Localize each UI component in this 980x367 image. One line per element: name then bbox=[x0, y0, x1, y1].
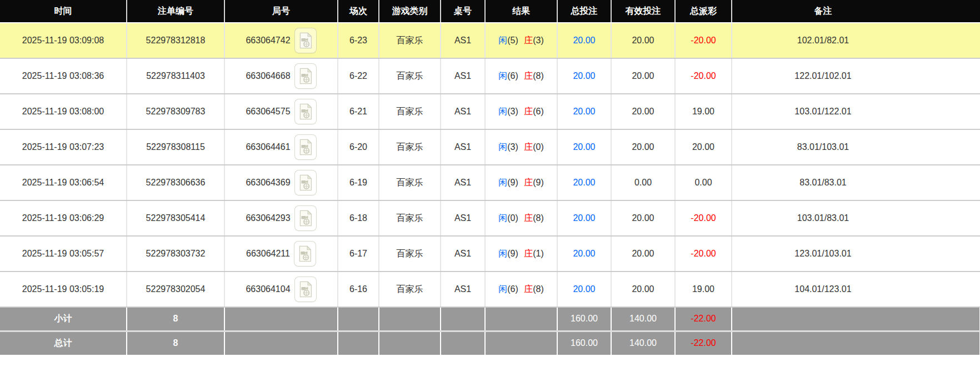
column-header-payout: 总派彩 bbox=[675, 0, 732, 23]
table-row[interactable]: 2025-11-19 03:08:00 522978309783 6630645… bbox=[0, 94, 980, 129]
column-header-valid_bet: 有效投注 bbox=[611, 0, 675, 23]
total-bet-cell: 20.00 bbox=[557, 129, 611, 165]
payout-cell: -20.00 bbox=[675, 200, 732, 236]
remark-cell: 122.01/102.01 bbox=[732, 58, 980, 94]
player-result: 闲(3) bbox=[498, 107, 518, 116]
valid-bet-cell: 20.00 bbox=[611, 23, 675, 58]
bet-number-cell: 522978311403 bbox=[127, 58, 224, 94]
time-cell: 2025-11-19 03:08:00 bbox=[0, 94, 127, 129]
banker-result: 庄(1) bbox=[524, 249, 544, 258]
player-result: 闲(6) bbox=[498, 71, 518, 81]
video-replay-button[interactable] bbox=[294, 134, 317, 160]
table-row[interactable]: 2025-11-19 03:05:19 522978302054 6630641… bbox=[0, 272, 980, 307]
table-row[interactable]: 2025-11-19 03:05:57 522978303732 6630642… bbox=[0, 236, 980, 272]
result-cell: 闲(6) 庄(8) bbox=[485, 272, 557, 307]
bet-number-cell: 522978308115 bbox=[127, 129, 224, 165]
banker-result: 庄(8) bbox=[524, 213, 544, 223]
banker-result: 庄(8) bbox=[524, 284, 544, 294]
game-type-cell: 百家乐 bbox=[379, 58, 441, 94]
session-cell: 6-19 bbox=[338, 165, 379, 200]
session-cell: 6-16 bbox=[338, 272, 379, 307]
round-number-cell: 663064369 bbox=[224, 165, 338, 200]
game-type-cell: 百家乐 bbox=[379, 129, 441, 165]
player-result: 闲(9) bbox=[498, 249, 518, 258]
total-bet-cell: 20.00 bbox=[557, 236, 611, 272]
round-number-cell: 663064461 bbox=[224, 129, 338, 165]
bet-number-cell: 522978302054 bbox=[127, 272, 224, 307]
remark-cell: 123.01/103.01 bbox=[732, 236, 980, 272]
valid-bet-cell: 20.00 bbox=[611, 129, 675, 165]
bet-records-table: 时间注单编号局号场次游戏类别桌号结果总投注有效投注总派彩备注 2025-11-1… bbox=[0, 0, 980, 355]
bet-records-page: 时间注单编号局号场次游戏类别桌号结果总投注有效投注总派彩备注 2025-11-1… bbox=[0, 0, 980, 367]
time-cell: 2025-11-19 03:05:19 bbox=[0, 272, 127, 307]
session-cell: 6-20 bbox=[338, 129, 379, 165]
round-number-cell: 663064742 bbox=[224, 23, 338, 58]
result-cell: 闲(5) 庄(3) bbox=[485, 23, 557, 58]
banker-result: 庄(8) bbox=[524, 71, 544, 81]
video-file-icon bbox=[298, 245, 312, 263]
remark-cell: 102.01/82.01 bbox=[732, 23, 980, 58]
bet-number-cell: 522978309783 bbox=[127, 94, 224, 129]
time-cell: 2025-11-19 03:06:29 bbox=[0, 200, 127, 236]
video-replay-button[interactable] bbox=[294, 99, 317, 124]
column-header-session: 场次 bbox=[338, 0, 379, 23]
session-cell: 6-22 bbox=[338, 58, 379, 94]
summary-count-cell: 8 bbox=[127, 331, 224, 355]
video-replay-button[interactable] bbox=[294, 63, 317, 89]
round-number-cell: 663064293 bbox=[224, 200, 338, 236]
payout-cell: 19.00 bbox=[675, 94, 732, 129]
round-number-cell: 663064104 bbox=[224, 272, 338, 307]
player-result: 闲(6) bbox=[498, 284, 518, 294]
round-number-cell: 663064575 bbox=[224, 94, 338, 129]
summary-total-bet-cell: 160.00 bbox=[557, 331, 611, 355]
table-row[interactable]: 2025-11-19 03:07:23 522978308115 6630644… bbox=[0, 129, 980, 165]
table-row[interactable]: 2025-11-19 03:08:36 522978311403 6630646… bbox=[0, 58, 980, 94]
valid-bet-cell: 20.00 bbox=[611, 272, 675, 307]
game-type-cell: 百家乐 bbox=[379, 272, 441, 307]
column-header-bet_no: 注单编号 bbox=[127, 0, 224, 23]
valid-bet-cell: 20.00 bbox=[611, 200, 675, 236]
table-row[interactable]: 2025-11-19 03:09:08 522978312818 6630647… bbox=[0, 23, 980, 58]
player-result: 闲(5) bbox=[498, 36, 518, 45]
payout-cell: -20.00 bbox=[675, 58, 732, 94]
round-number-cell: 663064668 bbox=[224, 58, 338, 94]
time-cell: 2025-11-19 03:08:36 bbox=[0, 58, 127, 94]
time-cell: 2025-11-19 03:07:23 bbox=[0, 129, 127, 165]
table-number-cell: AS1 bbox=[441, 129, 485, 165]
summary-valid-bet-cell: 140.00 bbox=[611, 331, 675, 355]
total-bet-cell: 20.00 bbox=[557, 94, 611, 129]
session-cell: 6-18 bbox=[338, 200, 379, 236]
summary-payout-cell: -22.00 bbox=[675, 331, 732, 355]
summary-payout-cell: -22.00 bbox=[675, 307, 732, 331]
bet-number-cell: 522978306636 bbox=[127, 165, 224, 200]
video-replay-button[interactable] bbox=[294, 205, 317, 231]
banker-result: 庄(3) bbox=[524, 36, 544, 45]
bet-number-cell: 522978305414 bbox=[127, 200, 224, 236]
valid-bet-cell: 20.00 bbox=[611, 58, 675, 94]
video-replay-button[interactable] bbox=[294, 276, 317, 302]
result-cell: 闲(6) 庄(8) bbox=[485, 58, 557, 94]
summary-row: 小计 8 160.00 140.00 -22.00 bbox=[0, 307, 980, 331]
summary-row: 总计 8 160.00 140.00 -22.00 bbox=[0, 331, 980, 355]
table-number-cell: AS1 bbox=[441, 23, 485, 58]
payout-cell: 20.00 bbox=[675, 129, 732, 165]
session-cell: 6-17 bbox=[338, 236, 379, 272]
table-number-cell: AS1 bbox=[441, 236, 485, 272]
video-replay-button[interactable] bbox=[294, 241, 316, 267]
summary-label-cell: 小计 bbox=[0, 307, 127, 331]
table-row[interactable]: 2025-11-19 03:06:29 522978305414 6630642… bbox=[0, 200, 980, 236]
video-replay-button[interactable] bbox=[294, 170, 317, 195]
table-number-cell: AS1 bbox=[441, 200, 485, 236]
valid-bet-cell: 0.00 bbox=[611, 165, 675, 200]
time-cell: 2025-11-19 03:05:57 bbox=[0, 236, 127, 272]
remark-cell: 83.01/83.01 bbox=[732, 165, 980, 200]
video-replay-button[interactable] bbox=[294, 28, 317, 53]
video-file-icon bbox=[298, 209, 313, 227]
table-row[interactable]: 2025-11-19 03:06:54 522978306636 6630643… bbox=[0, 165, 980, 200]
column-header-game_type: 游戏类别 bbox=[379, 0, 441, 23]
video-file-icon bbox=[298, 280, 313, 298]
total-bet-cell: 20.00 bbox=[557, 165, 611, 200]
result-cell: 闲(3) 庄(0) bbox=[485, 129, 557, 165]
column-header-round_no: 局号 bbox=[224, 0, 338, 23]
column-header-result: 结果 bbox=[485, 0, 557, 23]
